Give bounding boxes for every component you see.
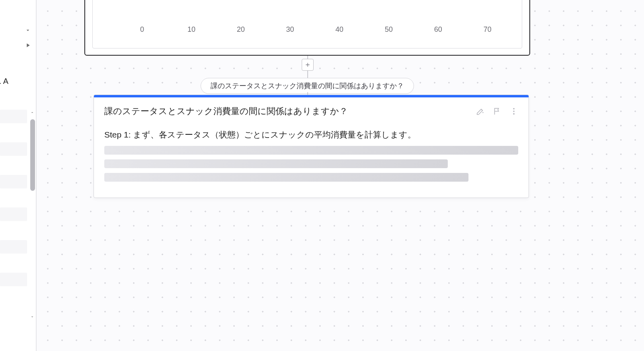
- list-item[interactable]: [0, 110, 27, 123]
- axis-tick: 0: [140, 25, 144, 34]
- axis-tick: 40: [336, 25, 343, 34]
- canvas-inner: 0 10 20 30 40 50 60 70 課のステータスとスナック: [37, 0, 644, 351]
- axis-tick: 20: [237, 25, 245, 34]
- list-item[interactable]: [0, 240, 27, 254]
- collapse-panel-icon[interactable]: [24, 26, 32, 34]
- connector-line: [307, 71, 308, 79]
- chart-card[interactable]: 0 10 20 30 40 50 60 70: [84, 0, 530, 56]
- list-item[interactable]: [0, 207, 27, 221]
- flag-icon[interactable]: [493, 107, 502, 116]
- sidebar: our. A ns.: [0, 0, 36, 351]
- axis-tick: 50: [385, 25, 393, 34]
- edit-icon[interactable]: [476, 107, 485, 116]
- svg-point-0: [513, 108, 515, 110]
- sidebar-list: [0, 110, 27, 327]
- response-card[interactable]: 課のステータスとスナック消費量の間に関係はありますか？: [94, 95, 529, 198]
- list-item[interactable]: [0, 273, 27, 286]
- sidebar-controls: [24, 26, 32, 49]
- list-item[interactable]: [0, 142, 27, 156]
- sidebar-fragment-line1: our. A: [0, 77, 8, 85]
- loading-skeleton-line: [104, 173, 468, 182]
- step-text: まず、各ステータス（状態）ごとにスナックの平均消費量を計算します。: [131, 130, 416, 139]
- play-icon[interactable]: [24, 41, 32, 49]
- scrollbar-thumb[interactable]: [30, 119, 35, 191]
- response-action-icons: [476, 107, 518, 116]
- step-1-line: Step 1: まず、各ステータス（状態）ごとにスナックの平均消費量を計算します…: [104, 129, 518, 140]
- response-header: 課のステータスとスナック消費量の間に関係はありますか？: [94, 97, 529, 121]
- step-label: Step 1:: [104, 130, 131, 139]
- loading-skeleton-line: [104, 159, 448, 168]
- svg-point-2: [513, 113, 515, 115]
- axis-tick: 30: [286, 25, 294, 34]
- scroll-down-icon[interactable]: [29, 314, 35, 320]
- app-root: our. A ns. 0 10: [0, 0, 644, 351]
- loading-skeleton-line: [104, 146, 518, 155]
- axis-tick: 10: [187, 25, 195, 34]
- axis-tick: 70: [484, 25, 492, 34]
- x-axis-ticks: 0 10 20 30 40 50 60 70: [93, 23, 522, 34]
- add-node-button[interactable]: [302, 59, 314, 71]
- response-title: 課のステータスとスナック消費量の間に関係はありますか？: [104, 105, 348, 117]
- response-body: Step 1: まず、各ステータス（状態）ごとにスナックの平均消費量を計算します…: [94, 121, 529, 198]
- sidebar-text-fragment: our. A ns.: [0, 76, 8, 98]
- more-vertical-icon[interactable]: [509, 107, 518, 116]
- canvas[interactable]: 0 10 20 30 40 50 60 70 課のステータスとスナック: [36, 0, 644, 351]
- chart-plot-area: 0 10 20 30 40 50 60 70: [92, 0, 522, 48]
- query-chip[interactable]: 課のステータスとスナック消費量の間に関係はありますか？: [201, 78, 414, 94]
- axis-tick: 60: [434, 25, 442, 34]
- svg-point-1: [513, 111, 515, 112]
- list-item[interactable]: [0, 175, 27, 188]
- query-chip-text: 課のステータスとスナック消費量の間に関係はありますか？: [211, 82, 404, 90]
